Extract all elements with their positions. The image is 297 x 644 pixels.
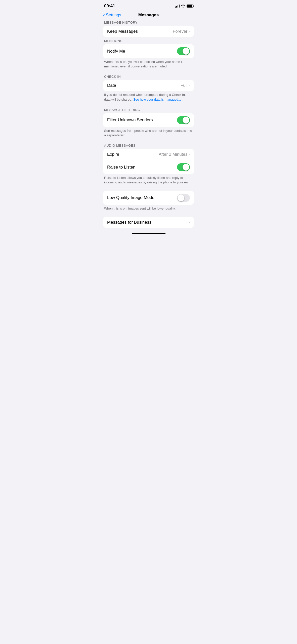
toggle-thumb (183, 117, 189, 124)
status-bar: 09:41 (99, 0, 198, 11)
card-audio-messages: Expire After 2 Minutes › Raise to Listen (103, 149, 194, 174)
section-message-filtering: MESSAGE FILTERING Filter Unknown Senders… (103, 108, 194, 142)
section-image-quality: Low Quality Image Mode When this is on, … (103, 191, 194, 215)
chevron-right-icon: › (188, 220, 190, 225)
messages-for-business-label: Messages for Business (107, 220, 151, 225)
card-business: Messages for Business › (103, 217, 194, 228)
section-label-audio-messages: AUDIO MESSAGES (103, 144, 194, 147)
message-filtering-footer: Sort messages from people who are not in… (103, 127, 194, 142)
section-label-mentions: MENTIONS (103, 39, 194, 43)
keep-messages-label: Keep Messages (107, 29, 138, 34)
low-quality-image-mode-toggle[interactable] (177, 194, 190, 202)
nav-header: ‹ Settings Messages (99, 11, 198, 21)
row-raise-to-listen: Raise to Listen (103, 160, 194, 174)
row-expire[interactable]: Expire After 2 Minutes › (103, 149, 194, 160)
chevron-right-icon: › (188, 152, 190, 157)
card-message-history: Keep Messages Forever › (103, 26, 194, 37)
back-label: Settings (106, 13, 121, 18)
chevron-right-icon: › (188, 83, 190, 88)
image-quality-footer: When this is on, images sent will be low… (103, 205, 194, 215)
battery-icon (187, 5, 193, 8)
status-time: 09:41 (104, 4, 115, 9)
expire-label: Expire (107, 152, 119, 157)
section-audio-messages: AUDIO MESSAGES Expire After 2 Minutes › … (103, 144, 194, 189)
row-low-quality-image-mode: Low Quality Image Mode (103, 191, 194, 205)
expire-value: After 2 Minutes › (159, 152, 190, 157)
card-message-filtering: Filter Unknown Senders (103, 113, 194, 127)
notify-me-label: Notify Me (107, 49, 125, 54)
mentions-footer: When this is on, you will be notified wh… (103, 58, 194, 73)
toggle-thumb (183, 48, 189, 55)
keep-messages-value: Forever › (173, 29, 190, 34)
signal-bars-icon (175, 5, 180, 8)
notify-me-toggle[interactable] (177, 47, 190, 55)
raise-to-listen-toggle[interactable] (177, 163, 190, 171)
toggle-thumb (178, 194, 184, 201)
data-value: Full › (181, 83, 190, 88)
row-keep-messages[interactable]: Keep Messages Forever › (103, 26, 194, 37)
low-quality-image-mode-label: Low Quality Image Mode (107, 195, 154, 200)
page-title: Messages (138, 13, 159, 18)
section-message-history: MESSAGE HISTORY Keep Messages Forever › (103, 21, 194, 37)
home-bar (132, 233, 165, 234)
messages-for-business-value: › (188, 220, 190, 225)
chevron-right-icon: › (188, 29, 190, 34)
filter-unknown-senders-toggle[interactable] (177, 116, 190, 124)
back-chevron-icon: ‹ (103, 12, 105, 18)
row-filter-unknown-senders: Filter Unknown Senders (103, 113, 194, 127)
filter-unknown-senders-label: Filter Unknown Senders (107, 117, 153, 123)
data-managed-link[interactable]: See how your data is managed... (133, 98, 181, 101)
wifi-icon (181, 5, 185, 8)
check-in-footer: If you do not respond when prompted duri… (103, 91, 194, 106)
section-label-check-in: CHECK IN (103, 75, 194, 78)
row-notify-me: Notify Me (103, 44, 194, 58)
section-mentions: MENTIONS Notify Me When this is on, you … (103, 39, 194, 73)
content-area: MESSAGE HISTORY Keep Messages Forever › … (99, 21, 198, 228)
data-label: Data (107, 83, 116, 88)
section-business: Messages for Business › (103, 217, 194, 228)
card-mentions: Notify Me (103, 44, 194, 58)
status-icons (175, 5, 193, 8)
section-label-message-history: MESSAGE HISTORY (103, 21, 194, 24)
section-check-in: CHECK IN Data Full › If you do not respo… (103, 75, 194, 106)
row-messages-for-business[interactable]: Messages for Business › (103, 217, 194, 228)
card-check-in: Data Full › (103, 80, 194, 91)
card-image-quality: Low Quality Image Mode (103, 191, 194, 205)
home-indicator (99, 231, 198, 236)
raise-to-listen-label: Raise to Listen (107, 165, 135, 170)
section-label-message-filtering: MESSAGE FILTERING (103, 108, 194, 112)
back-button[interactable]: ‹ Settings (103, 12, 121, 18)
audio-messages-footer: Raise to Listen allows you to quickly li… (103, 174, 194, 189)
row-data[interactable]: Data Full › (103, 80, 194, 91)
toggle-thumb (183, 164, 189, 171)
